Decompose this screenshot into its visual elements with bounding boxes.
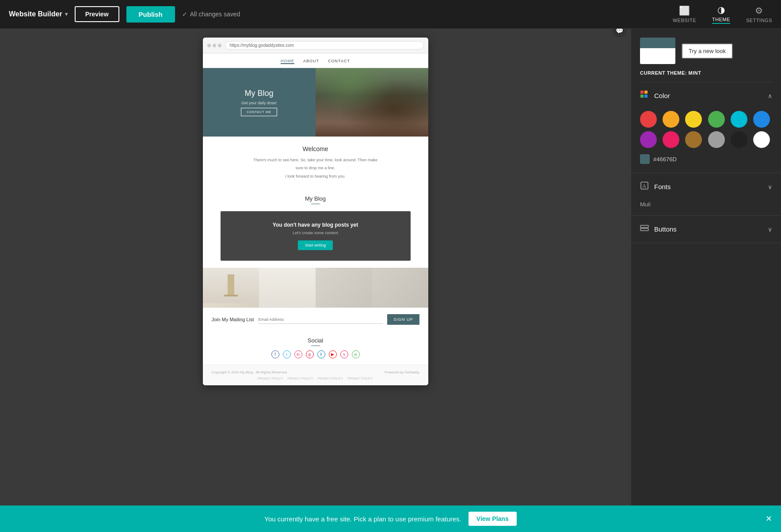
nav-item-website[interactable]: ⬜ WEBSITE	[673, 5, 696, 23]
color-swatch-cyan[interactable]	[731, 111, 747, 128]
signup-button[interactable]: SIGN UP	[387, 314, 419, 325]
blog-heading: My Blog	[203, 195, 428, 202]
nav-website-label: WEBSITE	[673, 18, 696, 23]
mailing-email-input[interactable]	[258, 315, 383, 324]
color-swatch-orange[interactable]	[663, 111, 679, 128]
fonts-content: Muli	[631, 200, 781, 215]
buttons-icon	[640, 224, 649, 235]
browser-url: https://myblog.godaddysites.com	[225, 41, 424, 49]
svg-rect-6	[640, 225, 648, 228]
changes-saved-text: All changes saved	[190, 11, 240, 18]
social-icon-youtube: ▶	[329, 350, 337, 358]
color-swatch-black[interactable]	[731, 131, 747, 148]
top-bar: Website Builder ▾ Preview Publish All ch…	[0, 0, 781, 29]
buttons-section-title: Buttons	[640, 224, 677, 235]
fonts-icon: A	[640, 181, 649, 192]
current-theme-prefix: CURRENT THEME:	[640, 70, 687, 76]
brand[interactable]: Website Builder ▾	[9, 10, 68, 18]
social-icon-linkedin: li	[317, 350, 325, 358]
top-nav: ⬜ WEBSITE ◑ THEME ⚙ SETTINGS	[673, 4, 772, 24]
color-swatch-red[interactable]	[640, 111, 657, 128]
preview-button[interactable]: Preview	[75, 6, 119, 22]
social-icons: f t in p li ▶ s w	[212, 350, 419, 358]
browser-mock: https://myblog.godaddysites.com HOME ABO…	[203, 38, 428, 385]
font-name: Muli	[640, 201, 651, 208]
footer-link-4: PRIVACY POLICY	[347, 377, 373, 380]
site-footer: Copyright © 2020 My Blog - All Rights Re…	[203, 365, 428, 385]
gallery-item-3	[316, 268, 372, 308]
footer-links: PRIVACY POLICY PRIVACY POLICY PRIVACY PO…	[212, 377, 419, 380]
gallery-item-4	[372, 268, 428, 308]
svg-rect-2	[640, 95, 644, 98]
social-icon-pinterest: p	[306, 350, 314, 358]
try-new-look-button[interactable]: Try a new look	[682, 43, 733, 59]
color-grid-icon	[640, 90, 649, 101]
browser-toolbar: https://myblog.godaddysites.com	[203, 38, 428, 53]
welcome-body-1: There's much to see here. So, take your …	[221, 157, 411, 163]
fonts-section: A Fonts ∨ Muli	[631, 173, 781, 216]
welcome-heading: Welcome	[221, 145, 411, 152]
welcome-body-2: sure to drop me a line.	[221, 165, 411, 171]
mailing-section: Join My Mailing List SIGN UP	[203, 308, 428, 331]
gallery-item-1	[203, 268, 259, 308]
no-posts-box: You don't have any blog posts yet Let's …	[221, 211, 411, 261]
nav-item-theme[interactable]: ◑ THEME	[712, 4, 730, 24]
browser-dot-yellow	[213, 44, 216, 47]
publish-button[interactable]: Publish	[126, 6, 175, 23]
fonts-section-label: Fonts	[654, 183, 671, 190]
banner-text: You currently have a free site. Pick a p…	[264, 515, 461, 523]
color-section-title: Color	[640, 90, 670, 101]
footer-copyright: Copyright © 2020 My Blog - All Rights Re…	[212, 370, 287, 374]
svg-rect-0	[640, 91, 644, 94]
svg-rect-3	[644, 95, 648, 98]
blog-section-title: My Blog	[203, 190, 428, 211]
settings-icon: ⚙	[755, 5, 763, 16]
hero-title: My Blog	[244, 89, 273, 98]
main-layout: https://myblog.godaddysites.com HOME ABO…	[0, 29, 781, 505]
svg-rect-1	[644, 91, 648, 94]
site-hero: My Blog Get your daily dose! CONTACT ME	[203, 68, 428, 137]
nav-settings-label: SETTINGS	[746, 18, 772, 23]
buttons-section-header[interactable]: Buttons ∨	[631, 216, 781, 243]
color-swatch-brown[interactable]	[685, 131, 702, 148]
theme-preview: Try a new look	[631, 29, 781, 70]
browser-dots	[207, 44, 221, 47]
color-content: #46676D	[631, 109, 781, 173]
color-swatch-pink[interactable]	[663, 131, 679, 148]
color-swatch-white[interactable]	[753, 131, 770, 148]
social-icon-instagram: in	[294, 350, 302, 358]
buttons-chevron-icon: ∨	[768, 226, 772, 233]
color-section: Color ∧	[631, 82, 781, 173]
brand-chevron-icon: ▾	[65, 11, 68, 17]
theme-icon: ◑	[717, 4, 725, 15]
social-section: Social f t in p li ▶ s w	[203, 331, 428, 365]
color-swatch-blue[interactable]	[753, 111, 770, 128]
footer-link-2: PRIVACY POLICY	[288, 377, 313, 380]
color-chevron-icon: ∧	[768, 92, 772, 99]
footer-powered: Powered by GoDaddy	[385, 370, 419, 374]
color-swatch-purple[interactable]	[640, 131, 657, 148]
current-theme-label: CURRENT THEME: MINT	[631, 70, 781, 82]
footer-link-3: PRIVACY POLICY	[318, 377, 343, 380]
banner-close-button[interactable]: ✕	[766, 514, 772, 524]
color-swatch-green[interactable]	[708, 111, 725, 128]
hero-photo	[316, 68, 428, 137]
canvas-area[interactable]: https://myblog.godaddysites.com HOME ABO…	[0, 29, 631, 505]
site-welcome: Welcome There's much to see here. So, ta…	[203, 137, 428, 190]
social-icon-twitter: t	[283, 350, 291, 358]
start-writing-button[interactable]: Start writing	[298, 240, 333, 250]
theme-thumb-image	[640, 38, 675, 64]
chat-bubble[interactable]: 💬	[612, 29, 626, 38]
view-plans-button[interactable]: View Plans	[469, 512, 517, 526]
site-gallery	[203, 268, 428, 308]
nav-theme-label: THEME	[712, 17, 730, 22]
fonts-chevron-icon: ∨	[768, 183, 772, 190]
hero-cta-button[interactable]: CONTACT ME	[241, 108, 277, 116]
nav-item-settings[interactable]: ⚙ SETTINGS	[746, 5, 772, 23]
gallery-item-2	[259, 268, 316, 308]
color-swatch-yellow[interactable]	[685, 111, 702, 128]
color-section-header[interactable]: Color ∧	[631, 82, 781, 109]
svg-text:A: A	[642, 183, 646, 189]
color-swatch-gray[interactable]	[708, 131, 725, 148]
fonts-section-header[interactable]: A Fonts ∨	[631, 173, 781, 200]
